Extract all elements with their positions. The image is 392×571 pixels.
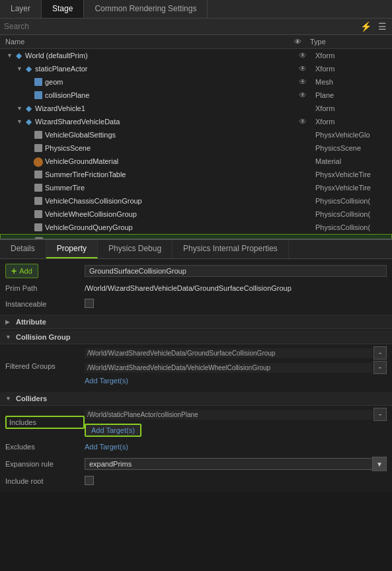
search-input[interactable] — [4, 22, 359, 31]
tab-details[interactable]: Details — [0, 240, 46, 258]
tree-row[interactable]: ◆ World (defaultPrim) 👁 Xform — [0, 49, 392, 62]
add-targets-1-link[interactable]: Add Target(s) — [85, 377, 128, 385]
add-button[interactable]: + Add — [5, 264, 38, 278]
eye-icon[interactable]: 👁 — [299, 91, 307, 100]
tree-row[interactable]: VehicleChassisCollisionGroup PhysicsColl… — [0, 194, 392, 208]
add-row: + Add — [5, 262, 387, 280]
menu-icon[interactable]: ☰ — [377, 21, 388, 32]
tree-eye-header: 👁 — [288, 38, 307, 46]
expand-arrow[interactable] — [7, 52, 13, 59]
tree-row[interactable]: ◆ staticPlaneActor 👁 Xform — [0, 62, 392, 75]
tab-physics-debug[interactable]: Physics Debug — [98, 240, 173, 258]
eye-icon[interactable]: 👁 — [299, 77, 307, 87]
colliders-section-header[interactable]: Colliders — [0, 392, 392, 406]
row-type: PhysxVehicleTire — [313, 184, 392, 192]
row-type: PhysicsScene — [313, 144, 392, 152]
eye-icon[interactable]: 👁 — [299, 117, 307, 126]
colliders-title: Colliders — [16, 395, 47, 402]
expand-arrow[interactable] — [17, 118, 23, 125]
tree-row[interactable]: ⬤ VehicleGroundMaterial Material — [0, 155, 392, 168]
tree-row[interactable]: collisionPlane 👁 Plane — [0, 89, 392, 102]
attribute-section-header[interactable]: Attribute — [0, 315, 392, 329]
expand-arrow[interactable] — [17, 105, 23, 112]
row-type: PhysicsCollision( — [313, 210, 392, 218]
includes-path-row: /World/staticPlaneActor/collisionPlane - — [85, 408, 387, 421]
row-type: Xform — [313, 104, 392, 112]
prim-name-input[interactable] — [85, 265, 387, 277]
colliders-arrow — [5, 395, 12, 402]
row-label: VehicleWheelCollisionGroup — [45, 210, 293, 218]
sphere-icon: ⬤ — [33, 156, 44, 167]
tree-row[interactable]: PhysicsScene PhysicsScene — [0, 141, 392, 155]
tree-row[interactable]: VehicleGlobalSettings PhysxVehicleGlo — [0, 128, 392, 141]
tree-panel: Name 👁 Type ◆ World (defaultPrim) 👁 Xfor… — [0, 35, 392, 240]
xform-icon: ◆ — [23, 116, 34, 127]
filtered-groups-label: Filtered Groups — [5, 362, 85, 370]
excludes-value: Add Target(s) — [85, 443, 387, 451]
sub-tabs: Details Property Physics Debug Physics I… — [0, 240, 392, 259]
excludes-add-target-link[interactable]: Add Target(s) — [85, 443, 128, 451]
row-label: SummerTire — [45, 184, 293, 192]
row-type: Xform — [313, 118, 392, 126]
row-type: PhysicsCollision( — [313, 223, 392, 231]
tree-row[interactable]: SummerTireFrictionTable PhysxVehicleTire — [0, 168, 392, 181]
tab-stage[interactable]: Stage — [42, 0, 84, 18]
eye-icon[interactable]: 👁 — [299, 51, 307, 60]
cube-icon — [33, 90, 44, 100]
cube-icon — [33, 143, 44, 153]
filtered-group-item: /World/WizardSharedVehicleData/GroundSur… — [85, 346, 387, 360]
remove-filtered-1-button[interactable]: - — [373, 346, 387, 360]
expansion-rule-select[interactable]: expandPrims — [85, 458, 373, 470]
eye-icon[interactable]: 👁 — [299, 64, 307, 73]
cube-icon — [33, 196, 44, 206]
add-targets-2-button[interactable]: Add Target(s) — [85, 424, 141, 437]
tree-row[interactable]: ◆ WizardSharedVehicleData 👁 Xform — [0, 115, 392, 128]
collision-group-section-header[interactable]: Collision Group — [0, 330, 392, 344]
row-label: staticPlaneActor — [35, 65, 293, 73]
tree-row-selected[interactable]: GroundSurfaceCollisionGroup 👁 PhysicsCol… — [0, 234, 392, 240]
cube-icon — [33, 222, 44, 233]
expansion-rule-value: expandPrims ▼ — [85, 457, 387, 471]
tree-row[interactable]: SummerTire PhysxVehicleTire — [0, 181, 392, 194]
cube-icon — [33, 169, 44, 180]
tree-row[interactable]: geom 👁 Mesh — [0, 75, 392, 89]
dropdown-arrow-icon[interactable]: ▼ — [372, 457, 387, 471]
row-type: Xform — [313, 65, 392, 73]
add-targets-2-row: Add Target(s) — [85, 424, 387, 437]
attribute-arrow — [5, 319, 12, 325]
row-label: SummerTireFrictionTable — [45, 171, 293, 178]
add-name-section: + Add Prim Path /World/WizardSharedVehic… — [0, 259, 392, 315]
tab-physics-internal[interactable]: Physics Internal Properties — [173, 240, 289, 258]
add-button-label: Add — [19, 267, 32, 275]
expand-arrow[interactable] — [17, 65, 23, 72]
instanceable-checkbox-box[interactable] — [85, 299, 94, 308]
row-label: World (defaultPrim) — [25, 52, 293, 59]
instanceable-row: Instanceable — [5, 296, 387, 312]
add-label-spacer: + Add — [5, 264, 85, 278]
tab-common-rendering[interactable]: Common Rendering Settings — [84, 0, 208, 18]
filtered-group-paths: /World/WizardSharedVehicleData/GroundSur… — [85, 346, 387, 386]
collision-group-arrow — [5, 334, 12, 340]
tree-row[interactable]: VehicleWheelCollisionGroup PhysicsCollis… — [0, 208, 392, 221]
tree-row[interactable]: VehicleGroundQueryGroup PhysicsCollision… — [0, 221, 392, 234]
row-label: VehicleGlobalSettings — [45, 131, 293, 139]
prim-path-value: /World/WizardSharedVehicleData/GroundSur… — [85, 284, 387, 292]
plus-icon: + — [11, 266, 17, 276]
xform-icon: ◆ — [23, 63, 34, 74]
row-type: Mesh — [313, 78, 392, 86]
instanceable-checkbox[interactable] — [85, 299, 387, 309]
excludes-label: Excludes — [5, 443, 85, 451]
filter-icon[interactable]: ⚡ — [359, 21, 373, 32]
row-type: Material — [313, 157, 392, 165]
tree-row[interactable]: ◆ WizardVehicle1 👁 Xform — [0, 102, 392, 115]
remove-includes-button[interactable]: - — [373, 408, 387, 421]
xform-icon: ◆ — [23, 103, 34, 114]
include-root-value — [85, 476, 387, 486]
filtered-group-item: /World/WizardSharedVehicleData/VehicleWh… — [85, 361, 387, 374]
include-root-checkbox[interactable] — [85, 476, 94, 485]
row-type: PhysxVehicleGlo — [313, 131, 392, 139]
cube-icon — [33, 182, 44, 193]
remove-filtered-2-button[interactable]: - — [373, 361, 387, 374]
tab-layer[interactable]: Layer — [0, 0, 42, 18]
tab-property[interactable]: Property — [46, 240, 98, 258]
